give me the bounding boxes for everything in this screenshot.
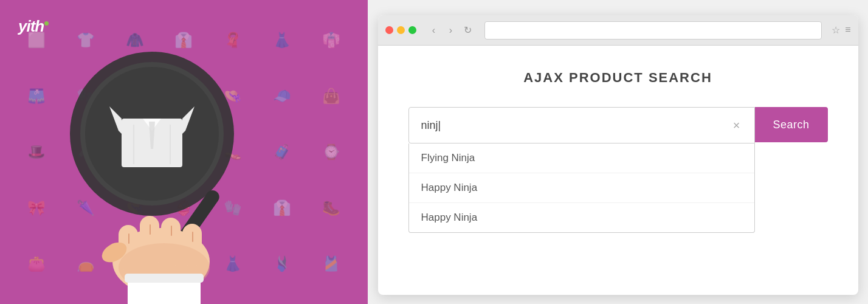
browser-dot-minimize[interactable] bbox=[397, 26, 405, 34]
browser-dots bbox=[385, 26, 416, 34]
search-dropdown: Flying Ninja Happy Ninja Happy Ninja bbox=[408, 143, 755, 233]
browser-window: ‹ › ↻ ☆ ≡ AJAX PRODUCT SEARCH × Search bbox=[378, 15, 858, 295]
browser-dot-maximize[interactable] bbox=[408, 26, 416, 34]
left-panel: yith ⬜ 👕 🧥 👔 🧣 👗 👘 🩳 🧤 👚 👠 👒 🧢 👜 🎩 🧦 👟 👞… bbox=[0, 0, 368, 304]
search-input[interactable] bbox=[409, 108, 754, 143]
search-row: × Search bbox=[408, 107, 828, 143]
hero-illustration bbox=[30, 24, 322, 304]
dropdown-item[interactable]: Happy Ninja bbox=[409, 203, 754, 232]
star-icon[interactable]: ☆ bbox=[832, 24, 840, 36]
browser-chrome: ‹ › ↻ ☆ ≡ bbox=[378, 15, 858, 46]
menu-icon[interactable]: ≡ bbox=[845, 24, 850, 36]
search-input-wrap: × bbox=[408, 107, 755, 143]
url-bar[interactable] bbox=[484, 21, 822, 40]
browser-dot-close[interactable] bbox=[385, 26, 393, 34]
browser-content: AJAX PRODUCT SEARCH × Search Flying Ninj… bbox=[378, 46, 858, 295]
clear-button[interactable]: × bbox=[728, 117, 745, 134]
svg-rect-23 bbox=[125, 274, 204, 283]
dropdown-item[interactable]: Happy Ninja bbox=[409, 173, 754, 203]
browser-nav: ‹ › ↻ bbox=[427, 24, 475, 37]
page-title: AJAX PRODUCT SEARCH bbox=[408, 70, 828, 86]
back-button[interactable]: ‹ bbox=[427, 24, 441, 37]
right-panel: ‹ › ↻ ☆ ≡ AJAX PRODUCT SEARCH × Search bbox=[368, 0, 868, 304]
dropdown-item[interactable]: Flying Ninja bbox=[409, 143, 754, 173]
search-button[interactable]: Search bbox=[755, 107, 828, 142]
refresh-button[interactable]: ↻ bbox=[461, 24, 475, 37]
forward-button[interactable]: › bbox=[444, 24, 458, 37]
browser-actions: ☆ ≡ bbox=[832, 24, 850, 36]
